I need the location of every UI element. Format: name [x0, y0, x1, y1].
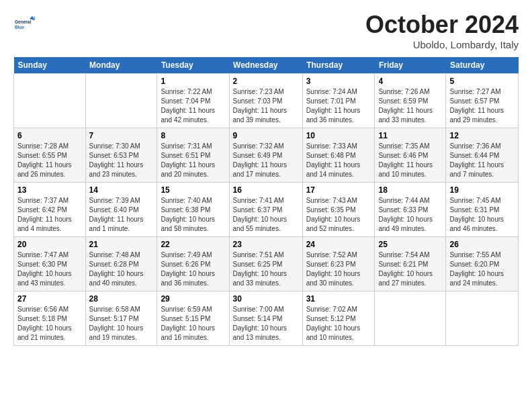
day-info: Sunrise: 7:39 AMSunset: 6:40 PMDaylight:…: [89, 196, 154, 234]
day-number: 1: [161, 77, 225, 86]
day-info: Sunrise: 7:37 AMSunset: 6:42 PMDaylight:…: [17, 196, 82, 234]
day-number: 15: [161, 185, 225, 195]
col-header-sunday: Sunday: [14, 57, 86, 74]
day-info: Sunrise: 7:27 AMSunset: 6:57 PMDaylight:…: [449, 87, 515, 125]
day-cell-27: 27Sunrise: 6:56 AMSunset: 5:18 PMDayligh…: [14, 291, 86, 346]
day-number: 24: [306, 240, 371, 249]
week-row-1: 1Sunrise: 7:22 AMSunset: 7:04 PMDaylight…: [14, 74, 519, 128]
day-cell-22: 22Sunrise: 7:49 AMSunset: 6:26 PMDayligh…: [157, 237, 229, 291]
day-info: Sunrise: 7:24 AMSunset: 7:01 PMDaylight:…: [306, 87, 371, 125]
empty-cell: [446, 291, 519, 346]
day-cell-20: 20Sunrise: 7:47 AMSunset: 6:30 PMDayligh…: [14, 237, 86, 291]
calendar-table: SundayMondayTuesdayWednesdayThursdayFrid…: [13, 57, 519, 346]
day-number: 4: [378, 77, 442, 86]
day-info: Sunrise: 7:48 AMSunset: 6:28 PMDaylight:…: [89, 250, 154, 288]
day-number: 14: [89, 185, 154, 195]
day-cell-17: 17Sunrise: 7:43 AMSunset: 6:35 PMDayligh…: [302, 183, 375, 237]
day-info: Sunrise: 7:43 AMSunset: 6:35 PMDaylight:…: [306, 196, 371, 234]
day-number: 2: [233, 77, 299, 86]
day-cell-19: 19Sunrise: 7:45 AMSunset: 6:31 PMDayligh…: [446, 183, 519, 237]
location: Uboldo, Lombardy, Italy: [365, 39, 519, 50]
day-number: 6: [17, 131, 82, 140]
header: General Blue October 2024 Uboldo, Lombar…: [13, 11, 519, 50]
day-number: 7: [89, 131, 154, 140]
day-number: 9: [233, 131, 299, 140]
day-cell-26: 26Sunrise: 7:55 AMSunset: 6:20 PMDayligh…: [446, 237, 519, 291]
day-number: 13: [17, 185, 82, 195]
day-info: Sunrise: 6:58 AMSunset: 5:17 PMDaylight:…: [89, 305, 154, 342]
day-info: Sunrise: 7:36 AMSunset: 6:44 PMDaylight:…: [449, 142, 515, 179]
col-header-thursday: Thursday: [302, 57, 375, 74]
day-cell-2: 2Sunrise: 7:23 AMSunset: 7:03 PMDaylight…: [229, 74, 302, 128]
empty-cell: [375, 291, 446, 346]
day-number: 22: [161, 240, 225, 249]
day-info: Sunrise: 7:30 AMSunset: 6:53 PMDaylight:…: [89, 142, 154, 179]
day-cell-6: 6Sunrise: 7:28 AMSunset: 6:55 PMDaylight…: [14, 128, 86, 183]
day-cell-15: 15Sunrise: 7:40 AMSunset: 6:38 PMDayligh…: [157, 183, 229, 237]
day-cell-28: 28Sunrise: 6:58 AMSunset: 5:17 PMDayligh…: [85, 291, 157, 346]
day-number: 19: [449, 185, 515, 195]
day-number: 25: [378, 240, 442, 249]
week-row-2: 6Sunrise: 7:28 AMSunset: 6:55 PMDaylight…: [14, 128, 519, 183]
day-cell-12: 12Sunrise: 7:36 AMSunset: 6:44 PMDayligh…: [446, 128, 519, 183]
week-row-4: 20Sunrise: 7:47 AMSunset: 6:30 PMDayligh…: [14, 237, 519, 291]
day-number: 5: [449, 77, 515, 86]
day-number: 30: [233, 294, 299, 304]
day-info: Sunrise: 7:02 AMSunset: 5:12 PMDaylight:…: [306, 305, 371, 342]
day-number: 21: [89, 240, 154, 249]
day-cell-1: 1Sunrise: 7:22 AMSunset: 7:04 PMDaylight…: [157, 74, 229, 128]
logo-bird-icon: General Blue: [15, 13, 35, 34]
col-header-friday: Friday: [375, 57, 446, 74]
day-info: Sunrise: 7:52 AMSunset: 6:23 PMDaylight:…: [306, 250, 371, 288]
day-info: Sunrise: 7:47 AMSunset: 6:30 PMDaylight:…: [17, 250, 82, 288]
col-header-tuesday: Tuesday: [157, 57, 229, 74]
day-cell-10: 10Sunrise: 7:33 AMSunset: 6:48 PMDayligh…: [302, 128, 375, 183]
day-cell-31: 31Sunrise: 7:02 AMSunset: 5:12 PMDayligh…: [302, 291, 375, 346]
day-number: 17: [306, 185, 371, 195]
day-info: Sunrise: 7:49 AMSunset: 6:26 PMDaylight:…: [161, 250, 225, 288]
day-info: Sunrise: 7:55 AMSunset: 6:20 PMDaylight:…: [449, 250, 515, 288]
day-number: 8: [161, 131, 225, 140]
svg-text:Blue: Blue: [15, 25, 24, 30]
day-info: Sunrise: 7:54 AMSunset: 6:21 PMDaylight:…: [378, 250, 442, 288]
day-cell-25: 25Sunrise: 7:54 AMSunset: 6:21 PMDayligh…: [375, 237, 446, 291]
day-info: Sunrise: 7:31 AMSunset: 6:51 PMDaylight:…: [161, 142, 225, 179]
day-info: Sunrise: 7:32 AMSunset: 6:49 PMDaylight:…: [233, 142, 299, 179]
empty-cell: [14, 74, 86, 128]
col-header-wednesday: Wednesday: [229, 57, 302, 74]
day-number: 26: [449, 240, 515, 249]
day-cell-8: 8Sunrise: 7:31 AMSunset: 6:51 PMDaylight…: [157, 128, 229, 183]
logo: General Blue: [13, 13, 35, 36]
day-info: Sunrise: 7:51 AMSunset: 6:25 PMDaylight:…: [233, 250, 299, 288]
day-info: Sunrise: 7:41 AMSunset: 6:37 PMDaylight:…: [233, 196, 299, 234]
page: General Blue October 2024 Uboldo, Lombar…: [0, 0, 532, 353]
week-row-3: 13Sunrise: 7:37 AMSunset: 6:42 PMDayligh…: [14, 183, 519, 237]
header-row: SundayMondayTuesdayWednesdayThursdayFrid…: [14, 57, 519, 74]
day-info: Sunrise: 7:22 AMSunset: 7:04 PMDaylight:…: [161, 87, 225, 125]
day-cell-14: 14Sunrise: 7:39 AMSunset: 6:40 PMDayligh…: [85, 183, 157, 237]
day-number: 20: [17, 240, 82, 249]
day-info: Sunrise: 7:44 AMSunset: 6:33 PMDaylight:…: [378, 196, 442, 234]
day-number: 12: [449, 131, 515, 140]
day-cell-23: 23Sunrise: 7:51 AMSunset: 6:25 PMDayligh…: [229, 237, 302, 291]
day-cell-24: 24Sunrise: 7:52 AMSunset: 6:23 PMDayligh…: [302, 237, 375, 291]
day-number: 31: [306, 294, 371, 304]
day-cell-7: 7Sunrise: 7:30 AMSunset: 6:53 PMDaylight…: [85, 128, 157, 183]
day-cell-5: 5Sunrise: 7:27 AMSunset: 6:57 PMDaylight…: [446, 74, 519, 128]
day-cell-29: 29Sunrise: 6:59 AMSunset: 5:15 PMDayligh…: [157, 291, 229, 346]
day-cell-18: 18Sunrise: 7:44 AMSunset: 6:33 PMDayligh…: [375, 183, 446, 237]
day-number: 11: [378, 131, 442, 140]
day-number: 27: [17, 294, 82, 304]
day-number: 29: [161, 294, 225, 304]
col-header-saturday: Saturday: [446, 57, 519, 74]
day-info: Sunrise: 7:00 AMSunset: 5:14 PMDaylight:…: [233, 305, 299, 342]
day-info: Sunrise: 7:45 AMSunset: 6:31 PMDaylight:…: [449, 196, 515, 234]
day-info: Sunrise: 7:26 AMSunset: 6:59 PMDaylight:…: [378, 87, 442, 125]
day-info: Sunrise: 7:35 AMSunset: 6:46 PMDaylight:…: [378, 142, 442, 179]
day-number: 3: [306, 77, 371, 86]
day-cell-9: 9Sunrise: 7:32 AMSunset: 6:49 PMDaylight…: [229, 128, 302, 183]
day-cell-13: 13Sunrise: 7:37 AMSunset: 6:42 PMDayligh…: [14, 183, 86, 237]
day-cell-3: 3Sunrise: 7:24 AMSunset: 7:01 PMDaylight…: [302, 74, 375, 128]
empty-cell: [85, 74, 157, 128]
day-cell-21: 21Sunrise: 7:48 AMSunset: 6:28 PMDayligh…: [85, 237, 157, 291]
